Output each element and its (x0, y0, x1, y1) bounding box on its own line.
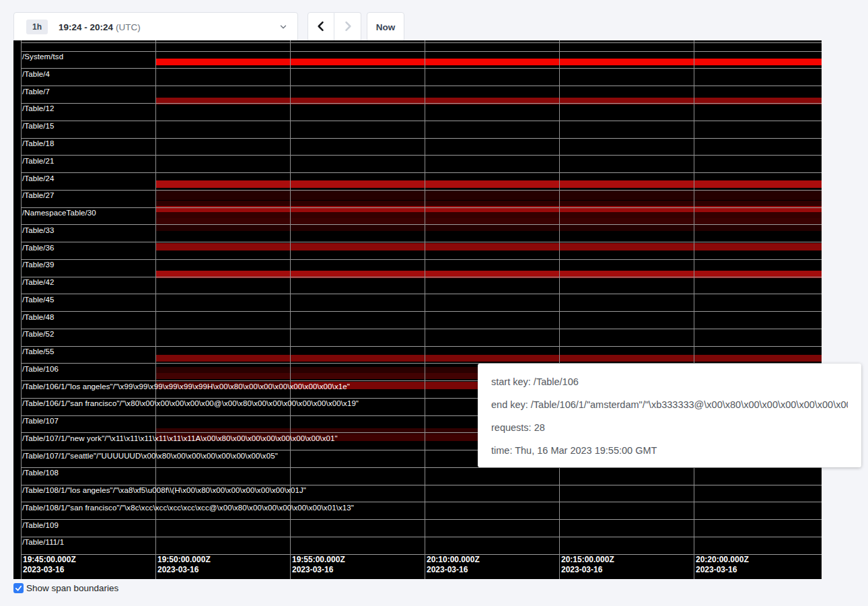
row-label: /Table/106/1/"san francisco"/"\x80\x00\x… (22, 399, 359, 407)
row-boundary-line (21, 294, 822, 294)
next-time-button[interactable] (334, 12, 361, 42)
chevron-down-icon (279, 22, 288, 32)
row-label: /Table/55 (22, 347, 55, 356)
row-label: /Table/106 (22, 365, 59, 373)
axis-tick-time: 19:45:00.000Z (23, 555, 76, 565)
chevron-left-icon (314, 20, 328, 35)
heat-band (155, 355, 822, 362)
row-boundary-line (21, 502, 822, 502)
row-boundary-line (21, 138, 822, 139)
axis-tick-date: 2023-03-16 (696, 565, 749, 575)
row-boundary-line (21, 224, 822, 225)
row-label: /Table/111/1 (22, 538, 64, 546)
row-label: /Table/21 (22, 157, 55, 165)
time-axis-tick: 19:55:00.000Z2023-03-16 (292, 555, 345, 575)
time-axis-tick: 20:15:00.000Z2023-03-16 (561, 555, 614, 575)
heat-band (155, 180, 822, 188)
row-label: /Table/48 (22, 313, 55, 321)
row-boundary-line (21, 42, 822, 43)
row-boundary-line (21, 86, 822, 86)
axis-tick-date: 2023-03-16 (157, 565, 211, 575)
row-boundary-line (21, 329, 822, 329)
row-boundary-line (21, 259, 822, 260)
axis-tick-time: 20:20:00.000Z (696, 555, 749, 565)
now-button[interactable]: Now (367, 12, 404, 42)
row-boundary-line (21, 207, 822, 208)
time-range-selector[interactable]: 1h 19:24 - 20:24 (UTC) (13, 12, 298, 42)
time-axis-tick: 20:10:00.000Z2023-03-16 (427, 555, 480, 575)
row-boundary-line (21, 68, 822, 69)
heat-band (155, 59, 822, 65)
row-boundary-line (21, 537, 822, 537)
row-boundary-line (21, 172, 822, 173)
row-boundary-line (21, 485, 822, 485)
key-visualizer-heatmap[interactable]: /System/tsd/Table/4/Table/7/Table/12/Tab… (13, 40, 822, 579)
tooltip-time: time: Thu, 16 Mar 2023 19:55:00 GMT (491, 439, 848, 462)
checkmark-icon (15, 584, 22, 592)
row-label: /Table/24 (22, 174, 55, 182)
time-range-duration-badge: 1h (26, 20, 48, 34)
time-gridline (21, 40, 22, 579)
row-boundary-line (21, 467, 822, 468)
tooltip-requests: requests: 28 (491, 416, 848, 439)
row-boundary-line (21, 311, 822, 312)
row-label: /Table/107/1/"seattle"/"UUUUUUD\x00\x80\… (22, 452, 278, 460)
row-label: /Table/108 (22, 469, 59, 477)
row-label: /Table/4 (22, 70, 50, 78)
time-range-text: 19:24 - 20:24 (59, 22, 113, 32)
time-nav-group (308, 12, 361, 42)
row-label: /Table/39 (22, 261, 55, 269)
row-label: /Table/27 (22, 191, 55, 199)
axis-tick-time: 20:10:00.000Z (427, 555, 480, 565)
heat-band (155, 191, 822, 200)
heat-band (155, 225, 822, 231)
row-boundary-line (21, 519, 822, 520)
tooltip-start-key: start key: /Table/106 (491, 370, 848, 393)
row-label: /Table/107 (22, 417, 59, 425)
axis-tick-date: 2023-03-16 (292, 565, 345, 575)
row-label: /Table/108/1/"los angeles"/"\xa8\xf5\u00… (22, 486, 306, 494)
row-label: /Table/107/1/"new york"/"\x11\x11\x11\x1… (22, 434, 338, 442)
prev-time-button[interactable] (308, 12, 334, 42)
axis-tick-time: 19:50:00.000Z (157, 555, 211, 565)
time-gridline (290, 40, 291, 579)
row-boundary-line (21, 121, 822, 121)
row-label: /Table/106/1/"los angeles"/"\x99\x99\x99… (22, 382, 350, 391)
time-axis-tick: 20:20:00.000Z2023-03-16 (696, 555, 749, 575)
row-boundary-line (21, 103, 822, 104)
time-axis-tick: 19:45:00.000Z2023-03-16 (23, 555, 76, 575)
time-gridline (694, 40, 694, 579)
show-span-boundaries-row: Show span boundaries (13, 583, 118, 593)
time-gridline (559, 40, 560, 579)
row-label: /Table/15 (22, 122, 55, 130)
axis-tick-date: 2023-03-16 (23, 565, 76, 575)
row-label: /Table/12 (22, 104, 55, 112)
row-label: /Table/7 (22, 88, 50, 96)
show-span-boundaries-checkbox[interactable] (13, 583, 24, 593)
time-axis-tick: 19:50:00.000Z2023-03-16 (157, 555, 211, 575)
row-boundary-line (21, 190, 822, 191)
row-label: /NamespaceTable/30 (22, 209, 96, 217)
row-label: /Table/42 (22, 278, 55, 286)
row-boundary-line (21, 346, 822, 347)
show-span-boundaries-label: Show span boundaries (26, 583, 118, 593)
row-label: /Table/33 (22, 226, 55, 234)
time-gridline (155, 40, 156, 579)
row-label: /Table/36 (22, 244, 55, 252)
time-gridline (425, 40, 425, 579)
time-range-timezone: (UTC) (116, 22, 141, 32)
heat-band (155, 212, 822, 218)
span-tooltip: start key: /Table/106 end key: /Table/10… (478, 364, 861, 467)
heat-band (155, 243, 822, 250)
row-label: /Table/52 (22, 330, 55, 338)
axis-tick-time: 20:15:00.000Z (561, 555, 614, 565)
row-label: /Table/109 (22, 521, 59, 529)
axis-tick-date: 2023-03-16 (427, 565, 480, 575)
row-label: /Table/45 (22, 296, 55, 304)
row-boundary-line (21, 242, 822, 242)
row-boundary-line (21, 155, 822, 156)
row-boundary-line (21, 277, 822, 277)
tooltip-end-key: end key: /Table/106/1/"amsterdam"/"\xb33… (491, 393, 848, 416)
key-visualizer-page: 1h 19:24 - 20:24 (UTC) (0, 0, 868, 606)
row-label: /System/tsd (22, 53, 63, 61)
